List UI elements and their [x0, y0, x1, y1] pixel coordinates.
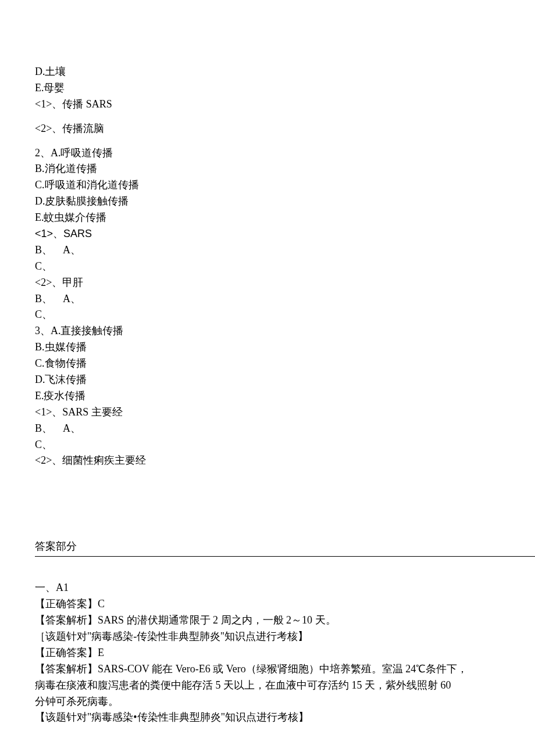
a2-explain-2: 病毒在痰液和腹泻患者的粪便中能存活 5 天以上，在血液中可存活约 15 天，紫外… [35, 678, 535, 694]
spacer [35, 469, 535, 539]
q3-option-e: E.疫水传播 [35, 388, 535, 404]
q2-option-c: C.呼吸道和消化道传播 [35, 177, 535, 194]
q2-sub2-row1: B、 A、 [35, 291, 535, 307]
q2-sub2-row2: C、 [35, 307, 535, 323]
a2-explain-3: 分钟可杀死病毒。 [35, 694, 535, 710]
a2-explain-1: 【答案解析】SARS-COV 能在 Vero-E6 或 Vero（绿猴肾细胞）中… [35, 661, 535, 678]
q2-stem: 2、A.呼吸道传播 [35, 145, 535, 162]
answers-header: 答案部分 [35, 539, 77, 555]
q2-sub1-row2: C、 [35, 259, 535, 275]
q1-option-d: D.土壤 [35, 64, 535, 80]
q3-stem: 3、A.直接接触传播 [35, 323, 535, 339]
q2-sub1: <1>、SARS [35, 226, 535, 242]
q2-option-e: E.蚊虫媒介传播 [35, 210, 535, 226]
a2-correct: 【正确答案】E [35, 645, 535, 661]
q3-sub1-row1: B、 A、 [35, 421, 535, 437]
q1-sub2: <2>、传播流脑 [35, 121, 535, 137]
q2-sub1-row1: B、 A、 [35, 242, 535, 259]
a1-note: ［该题针对"病毒感染-传染性非典型肺炎''知识点进行考核】 [35, 629, 535, 645]
spacer [35, 557, 535, 580]
spacer [35, 113, 535, 121]
q1-option-e: E.母婴 [35, 80, 535, 96]
q3-sub1-row2: C、 [35, 437, 535, 453]
q1-sub1: <1>、传播 SARS [35, 96, 535, 113]
q3-option-b: B.虫媒传播 [35, 339, 535, 356]
a1-correct: 【正确答案】C [35, 596, 535, 612]
q3-sub1: <1>、SARS 主要经 [35, 404, 535, 421]
q2-sub2: <2>、甲肝 [35, 275, 535, 291]
answers-header-wrap: 答案部分 [35, 539, 535, 557]
q2-option-d: D.皮肤黏膜接触传播 [35, 194, 535, 210]
a2-note: 【该题针对"病毒感染•传染性非典型肺炎"知识点进行考核】 [35, 710, 535, 726]
q2-option-b: B.消化道传播 [35, 161, 535, 177]
q3-option-c: C.食物传播 [35, 356, 535, 372]
answers-section-label: 一、A1 [35, 580, 535, 596]
a1-explain: 【答案解析】SARS 的潜伏期通常限于 2 周之内，一般 2～10 天。 [35, 612, 535, 629]
q3-option-d: D.飞沫传播 [35, 372, 535, 388]
spacer [35, 137, 535, 145]
q3-sub2: <2>、细菌性痢疾主要经 [35, 453, 535, 469]
